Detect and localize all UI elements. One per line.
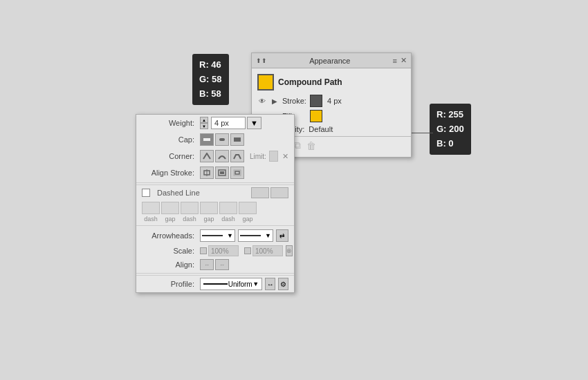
align-stroke-icons — [200, 167, 244, 179]
stroke-options-panel: Weight: ▲ ▼ 4 px ▼ Cap: — [136, 114, 295, 293]
align-right-button[interactable]: ↔ — [215, 259, 229, 270]
limit-label: Limit: — [250, 153, 266, 160]
profile-flip-icon[interactable]: ↔ — [265, 278, 275, 290]
align-left-button[interactable]: ↔ — [200, 259, 214, 270]
dash-label-3: dash — [219, 216, 237, 222]
align-outside-button[interactable] — [230, 167, 244, 179]
arrow-start-dropdown[interactable]: ▼ — [227, 232, 233, 239]
align-center-button[interactable] — [200, 167, 214, 179]
scale-spinner-1[interactable] — [200, 247, 207, 254]
cap-round-button[interactable] — [215, 133, 229, 146]
tooltip-yr: R: 255 — [437, 109, 463, 120]
scale-value-2: 100% — [255, 247, 273, 255]
arrow-end-dropdown[interactable]: ▼ — [265, 232, 271, 239]
dashed-section: Dashed Line — [136, 184, 294, 200]
dash-input-2[interactable] — [181, 202, 199, 214]
dash-preset-1[interactable] — [251, 187, 269, 198]
dash-input-3[interactable] — [219, 202, 237, 214]
dash-inputs-row — [136, 200, 294, 216]
swap-arrows-button[interactable]: ⇄ — [276, 229, 288, 242]
scale-input-2[interactable]: 100% — [252, 245, 283, 256]
arrow-start-select[interactable]: ▼ — [200, 229, 235, 242]
gap-input-3[interactable] — [239, 202, 257, 214]
weight-up[interactable]: ▲ — [200, 117, 208, 123]
duplicate-icon[interactable]: ⧉ — [294, 140, 301, 151]
scale-spinner-2[interactable] — [244, 247, 251, 254]
profile-row: Profile: Uniform ▼ ↔ ⚙ — [136, 275, 294, 292]
cap-butt-button[interactable] — [200, 133, 214, 146]
corner-label: Corner: — [142, 152, 197, 160]
gap-input-1[interactable] — [161, 202, 179, 214]
panel-menu-icon[interactable]: ≡ — [393, 57, 397, 65]
cap-icons — [200, 133, 244, 146]
compound-path-swatch — [257, 74, 274, 91]
rgb-tooltip-yellow: R: 255 G: 200 B: 0 — [430, 104, 471, 155]
scale-label: Scale: — [142, 247, 197, 255]
limit-input[interactable] — [269, 151, 278, 162]
rgb-tooltip-dark: R: 46 G: 58 B: 58 — [192, 54, 229, 105]
arrow-line-2 — [240, 235, 261, 236]
section-divider-2 — [136, 225, 294, 226]
dashed-row: Dashed Line — [142, 187, 288, 198]
stroke-row: 👁 ▶ Stroke: 4 px — [252, 93, 411, 108]
profile-label: Profile: — [142, 280, 197, 288]
svg-rect-0 — [203, 138, 210, 141]
opacity-value: Default — [309, 125, 333, 133]
weight-input[interactable]: 4 px — [211, 117, 246, 129]
profile-select[interactable]: Uniform ▼ — [200, 278, 262, 290]
scale-lock-icon[interactable]: ⊗ — [286, 245, 293, 256]
profile-line — [203, 283, 228, 285]
svg-rect-7 — [235, 171, 239, 174]
tooltip-g: G: 58 — [199, 74, 222, 84]
weight-value: 4 px — [214, 119, 229, 127]
stroke-color-swatch[interactable] — [310, 95, 322, 107]
appearance-panel-header: ⬆⬆ Appearance ≡ ✕ — [252, 53, 411, 68]
align-label: Align: — [142, 260, 197, 269]
dashed-checkbox[interactable] — [142, 189, 150, 197]
dropdown-arrow: ▼ — [250, 119, 258, 127]
dash-input-1[interactable] — [142, 202, 160, 214]
profile-value: Uniform — [228, 281, 252, 288]
fill-color-swatch[interactable] — [310, 110, 322, 122]
compound-path-label: Compound Path — [278, 77, 342, 87]
align-stroke-row: Align Stroke: — [136, 164, 294, 181]
tooltip-r: R: 46 — [199, 59, 221, 70]
profile-dropdown-arrow[interactable]: ▼ — [252, 281, 259, 287]
cap-square-button[interactable] — [230, 133, 244, 146]
arrowheads-row: Arrowheads: ▼ ▼ ⇄ — [136, 227, 294, 244]
stroke-visibility-icon[interactable]: 👁 — [257, 97, 267, 105]
weight-dropdown[interactable]: ▼ — [247, 117, 261, 129]
gap-input-2[interactable] — [200, 202, 218, 214]
corner-bevel-button[interactable] — [230, 150, 244, 162]
svg-rect-2 — [234, 137, 241, 142]
arrow-line-1 — [202, 235, 223, 236]
cap-row: Cap: — [136, 131, 294, 148]
profile-settings-icon[interactable]: ⚙ — [278, 278, 288, 290]
dash-label-2: dash — [181, 216, 199, 222]
arrowheads-label: Arrowheads: — [142, 231, 197, 240]
tooltip-yg: G: 200 — [437, 124, 464, 134]
tooltip-b: B: 58 — [199, 88, 221, 99]
collapse-icon[interactable]: ⬆⬆ — [256, 57, 267, 64]
corner-round-button[interactable] — [215, 150, 229, 162]
weight-label: Weight: — [142, 119, 197, 127]
dashed-preset-boxes — [251, 187, 288, 198]
scale-input-1[interactable]: 100% — [208, 245, 239, 256]
corner-miter-button[interactable] — [200, 150, 214, 162]
stroke-expand-icon[interactable]: ▶ — [270, 97, 279, 105]
stroke-label: Stroke: — [282, 97, 307, 105]
panel-close-icon[interactable]: ✕ — [401, 56, 407, 65]
delete-icon[interactable]: 🗑 — [306, 140, 316, 151]
weight-spinner[interactable]: ▲ ▼ — [200, 117, 208, 129]
dash-labels-row: dash gap dash gap dash gap — [136, 216, 294, 224]
dash-label-1: dash — [142, 216, 160, 222]
dash-preset-2[interactable] — [270, 187, 288, 198]
weight-down[interactable]: ▼ — [200, 123, 208, 129]
weight-row: Weight: ▲ ▼ 4 px ▼ — [136, 115, 294, 131]
appearance-title: Appearance — [309, 57, 350, 65]
arrow-end-select[interactable]: ▼ — [238, 229, 273, 242]
dashed-line-label: Dashed Line — [157, 189, 200, 197]
limit-x[interactable]: ✕ — [282, 152, 288, 161]
align-icons: ↔ ↔ — [200, 259, 229, 270]
align-inside-button[interactable] — [215, 167, 229, 179]
